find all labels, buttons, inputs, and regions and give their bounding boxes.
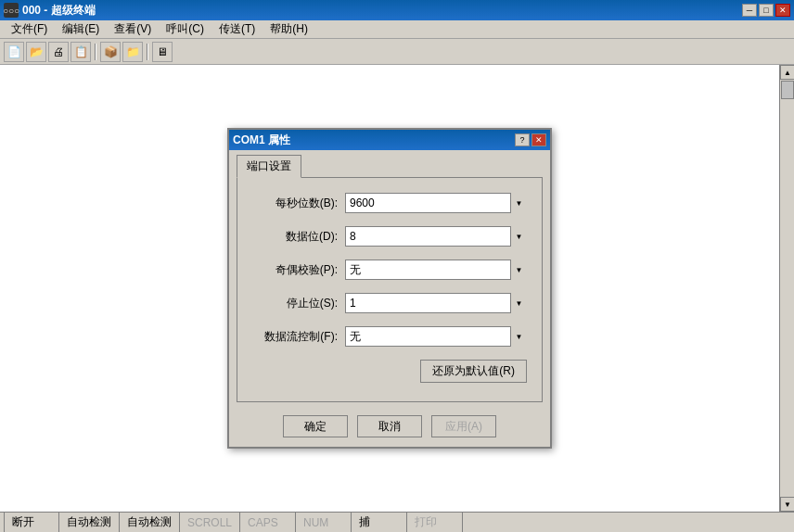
- toolbar: 📄 📂 🖨 📋 📦 📁 🖥: [0, 39, 794, 65]
- vertical-scrollbar[interactable]: ▲ ▼: [779, 65, 794, 512]
- dialog-content: 每秒位数(B): 9600 115200 ▼ 数据位(D):: [237, 177, 543, 402]
- status-auto-detect-1: 自动检测: [59, 513, 120, 532]
- main-container: COM1 属性 ? ✕ 端口设置 每秒位数(B):: [0, 65, 794, 512]
- label-flowcontrol: 数据流控制(F):: [252, 329, 345, 345]
- dialog-buttons: 确定 取消 应用(A): [229, 410, 550, 447]
- menu-call[interactable]: 呼叫(C): [159, 19, 211, 39]
- select-flowcontrol[interactable]: 无 硬件 Xon / Xoff: [345, 326, 527, 347]
- select-wrapper-parity: 无 奇校验 偶校验 ▼: [345, 260, 527, 280]
- toolbar-copy[interactable]: 📋: [70, 42, 91, 62]
- apply-button[interactable]: 应用(A): [431, 415, 496, 437]
- scroll-track[interactable]: [780, 80, 794, 497]
- tab-strip: 端口设置: [229, 150, 550, 177]
- form-row-parity: 奇偶校验(P): 无 奇校验 偶校验 ▼: [252, 260, 527, 280]
- select-wrapper-baud: 9600 115200 ▼: [345, 193, 527, 213]
- label-baud: 每秒位数(B):: [252, 196, 345, 211]
- dialog-title-bar: COM1 属性 ? ✕: [229, 130, 550, 150]
- toolbar-folder[interactable]: 📁: [122, 42, 143, 62]
- status-auto-detect-2: 自动检测: [120, 513, 180, 532]
- form-row-stopbits: 停止位(S): 1 1.5 2 ▼: [252, 293, 527, 313]
- scroll-up-button[interactable]: ▲: [780, 65, 794, 80]
- status-bar: 断开 自动检测 自动检测 SCROLL CAPS NUM 捕 打印: [0, 512, 794, 532]
- toolbar-new[interactable]: 📄: [4, 42, 24, 62]
- select-baud[interactable]: 9600 115200: [345, 193, 527, 213]
- app-icon-text: ○○○: [3, 6, 19, 16]
- status-disconnect: 断开: [4, 513, 59, 532]
- toolbar-separator-2: [147, 44, 148, 60]
- scroll-thumb[interactable]: [781, 81, 794, 99]
- form-row-flowcontrol: 数据流控制(F): 无 硬件 Xon / Xoff ▼: [252, 326, 527, 347]
- dialog-close-button[interactable]: ✕: [531, 133, 546, 146]
- menu-view[interactable]: 查看(V): [107, 19, 159, 39]
- maximize-button[interactable]: □: [759, 4, 774, 17]
- toolbar-open[interactable]: 📂: [26, 42, 46, 62]
- menu-bar: 文件(F) 编辑(E) 查看(V) 呼叫(C) 传送(T) 帮助(H): [0, 20, 794, 39]
- restore-defaults-button[interactable]: 还原为默认值(R): [420, 360, 527, 383]
- label-stopbits: 停止位(S):: [252, 296, 345, 311]
- status-num: NUM: [296, 513, 352, 532]
- status-caps: CAPS: [240, 513, 296, 532]
- toolbar-separator-1: [95, 44, 96, 60]
- window-title: 000 - 超级终端: [22, 3, 96, 19]
- status-print: 打印: [407, 513, 463, 532]
- dialog-help-button[interactable]: ?: [515, 133, 530, 146]
- menu-help[interactable]: 帮助(H): [263, 19, 315, 39]
- toolbar-paste[interactable]: 📦: [100, 42, 121, 62]
- app-icon: ○○○: [4, 3, 19, 18]
- label-databits: 数据位(D):: [252, 229, 345, 245]
- restore-row: 还原为默认值(R): [252, 360, 527, 383]
- com1-dialog: COM1 属性 ? ✕ 端口设置 每秒位数(B):: [227, 128, 552, 449]
- title-bar-left: ○○○ 000 - 超级终端: [4, 3, 96, 19]
- close-button[interactable]: ✕: [775, 4, 790, 17]
- tab-port-settings[interactable]: 端口设置: [237, 155, 301, 178]
- menu-edit[interactable]: 编辑(E): [55, 19, 107, 39]
- cancel-button[interactable]: 取消: [357, 415, 422, 437]
- dialog-title-controls: ? ✕: [515, 133, 546, 146]
- select-stopbits[interactable]: 1 1.5 2: [345, 293, 527, 313]
- select-databits[interactable]: 8 7: [345, 226, 527, 247]
- title-bar: ○○○ 000 - 超级终端 ─ □ ✕: [0, 0, 794, 20]
- dialog-overlay: COM1 属性 ? ✕ 端口设置 每秒位数(B):: [0, 65, 779, 512]
- minimize-button[interactable]: ─: [742, 4, 757, 17]
- title-bar-controls: ─ □ ✕: [742, 4, 790, 17]
- toolbar-terminal[interactable]: 🖥: [152, 42, 173, 62]
- status-scroll: SCROLL: [180, 513, 240, 532]
- status-capture: 捕: [352, 513, 407, 532]
- form-row-databits: 数据位(D): 8 7 ▼: [252, 226, 527, 247]
- menu-file[interactable]: 文件(F): [4, 19, 55, 39]
- select-wrapper-stopbits: 1 1.5 2 ▼: [345, 293, 527, 313]
- select-wrapper-databits: 8 7 ▼: [345, 226, 527, 247]
- select-parity[interactable]: 无 奇校验 偶校验: [345, 260, 527, 280]
- content-area: COM1 属性 ? ✕ 端口设置 每秒位数(B):: [0, 65, 779, 512]
- select-wrapper-flowcontrol: 无 硬件 Xon / Xoff ▼: [345, 326, 527, 347]
- form-row-baud: 每秒位数(B): 9600 115200 ▼: [252, 193, 527, 213]
- toolbar-print[interactable]: 🖨: [48, 42, 69, 62]
- scroll-down-button[interactable]: ▼: [780, 497, 794, 512]
- confirm-button[interactable]: 确定: [283, 415, 348, 437]
- dialog-title: COM1 属性: [233, 133, 290, 148]
- label-parity: 奇偶校验(P):: [252, 262, 345, 278]
- menu-transfer[interactable]: 传送(T): [211, 19, 263, 39]
